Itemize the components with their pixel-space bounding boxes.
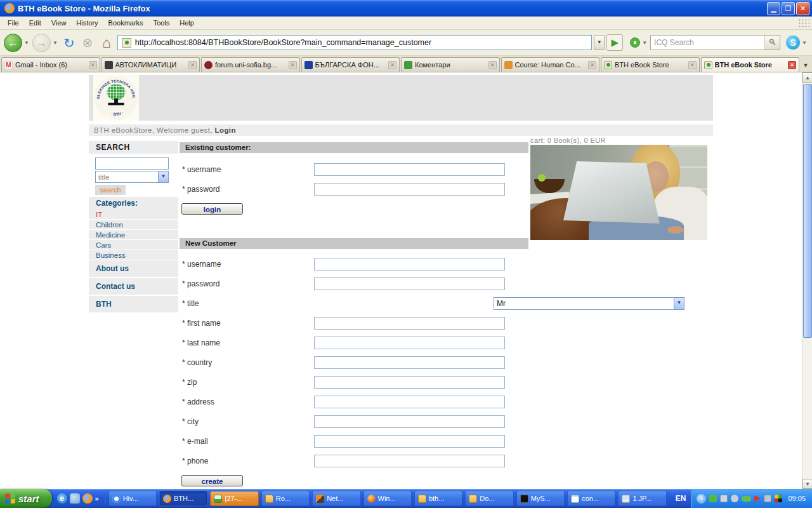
task-hiv[interactable]: Hiv...	[108, 491, 157, 506]
forward-button[interactable]: →	[32, 34, 51, 52]
login-link[interactable]: Login	[215, 126, 236, 134]
sidebar-search-button[interactable]: search	[95, 185, 126, 195]
display-tray-icon[interactable]	[764, 495, 771, 502]
tab-bth-ebook-store-active[interactable]: BTH eBook Store ✕	[701, 57, 800, 72]
skype-icon[interactable]: S	[786, 36, 800, 50]
address-input[interactable]	[314, 396, 505, 408]
forward-history-chevron-icon[interactable]: ▼	[53, 40, 58, 46]
search-field-select[interactable]: title ▼	[95, 171, 169, 183]
sidebar-item-bth[interactable]: BTH	[89, 296, 178, 312]
menu-file[interactable]: File	[3, 17, 24, 29]
tab-close-icon[interactable]: ✕	[388, 61, 396, 69]
email-input[interactable]	[314, 435, 505, 448]
login-button[interactable]: login	[181, 203, 243, 215]
back-history-chevron-icon[interactable]: ▼	[24, 40, 29, 46]
sidebar-item-about-us[interactable]: About us	[89, 260, 178, 277]
reload-button[interactable]: ↻	[61, 34, 77, 52]
create-button[interactable]: create	[181, 475, 243, 486]
url-dropdown-button[interactable]: ▼	[594, 35, 605, 50]
sidebar-item-medicine[interactable]: Medicine	[89, 230, 178, 240]
sidebar-item-it[interactable]: IT	[89, 210, 178, 220]
volume-tray-icon[interactable]	[731, 495, 738, 502]
menu-help[interactable]: Help	[174, 17, 199, 29]
sidebar-item-cars[interactable]: Cars	[89, 240, 178, 250]
tab-course-human[interactable]: Course: Human Co... ✕	[501, 57, 600, 72]
tab-close-icon[interactable]: ✕	[688, 61, 697, 69]
close-button[interactable]: ✕	[796, 2, 809, 15]
internet-explorer-icon[interactable]: e	[57, 493, 67, 504]
task-do-folder[interactable]: Do...	[465, 491, 513, 506]
search-engine-chevron-icon[interactable]: ▼	[642, 40, 647, 46]
tab-bth-ebook-store[interactable]: BTH eBook Store ✕	[601, 57, 700, 72]
country-input[interactable]	[314, 356, 505, 369]
tab-list-chevron-icon[interactable]: ▼	[801, 59, 811, 72]
task-1jp-image[interactable]: 1.JP...	[618, 491, 666, 506]
sidebar-search-input[interactable]	[95, 157, 169, 170]
login-password-input[interactable]	[314, 183, 505, 196]
back-button[interactable]: ←	[4, 34, 22, 52]
city-input[interactable]	[314, 415, 505, 428]
outlook-express-icon[interactable]	[70, 493, 80, 504]
task-bth-firefox[interactable]: BTH...	[159, 491, 207, 506]
tab-gmail[interactable]: M Gmail - Inbox (6) ✕	[1, 57, 100, 72]
restore-button[interactable]: ❐	[782, 2, 795, 15]
tab-close-icon[interactable]: ✕	[289, 61, 297, 69]
home-button[interactable]: ⌂	[98, 34, 115, 52]
tab-forum-uni-sofia[interactable]: forum.uni-sofia.bg... ✕	[201, 57, 300, 72]
web-search-box[interactable]: 🔍︎	[650, 35, 780, 50]
tab-komentari[interactable]: Коментари ✕	[401, 57, 500, 72]
menu-view[interactable]: View	[46, 17, 72, 29]
task-bth-folder[interactable]: bth...	[414, 491, 462, 506]
flag-tray-icon[interactable]	[754, 495, 761, 502]
search-icon[interactable]: 🔍︎	[764, 36, 780, 50]
minimize-button[interactable]: ▁	[767, 2, 780, 15]
antivirus-tray-icon[interactable]	[709, 495, 717, 502]
scrollbar-thumb[interactable]	[803, 84, 812, 338]
tab-close-icon[interactable]: ✕	[788, 61, 796, 69]
skype-chevron-icon[interactable]: ▼	[802, 40, 807, 46]
menu-edit[interactable]: Edit	[24, 17, 46, 29]
tab-close-icon[interactable]: ✕	[188, 61, 197, 69]
chevron-down-icon[interactable]: ▼	[158, 171, 168, 182]
quicklaunch-overflow-chevron[interactable]: »	[95, 495, 99, 502]
network-tray-icon[interactable]	[720, 495, 728, 502]
go-button[interactable]: ▶	[606, 34, 623, 51]
start-button[interactable]: start	[0, 489, 52, 508]
last-name-input[interactable]	[314, 337, 505, 349]
task-windows-media[interactable]: Win...	[363, 491, 412, 506]
tab-close-icon[interactable]: ✕	[588, 61, 596, 69]
zip-input[interactable]	[314, 376, 505, 389]
first-name-input[interactable]	[314, 317, 505, 330]
vertical-scrollbar[interactable]: ▲ ▼	[802, 72, 812, 489]
stop-button[interactable]: ⊗	[79, 34, 96, 52]
title-select[interactable]: Mr ▼	[494, 297, 684, 310]
tab-close-icon[interactable]: ✕	[89, 61, 97, 69]
tab-avtoklimatici[interactable]: АВТОКЛИМАТИЦИ ✕	[102, 57, 200, 72]
sidebar-item-business[interactable]: Business	[89, 250, 178, 260]
language-indicator[interactable]: EN	[671, 494, 691, 503]
task-netbeans[interactable]: Net...	[312, 491, 360, 506]
menu-tools[interactable]: Tools	[148, 17, 175, 29]
task-mysql-console[interactable]: MyS...	[516, 491, 565, 506]
icq-tray-icon[interactable]	[742, 496, 751, 502]
url-input[interactable]	[134, 37, 590, 48]
app-grid-tray-icon[interactable]	[775, 495, 782, 502]
address-bar[interactable]	[117, 35, 592, 50]
hide-icons-chevron[interactable]: ‹	[697, 494, 706, 504]
menu-bookmarks[interactable]: Bookmarks	[103, 17, 148, 29]
phone-input[interactable]	[314, 455, 505, 467]
tab-close-icon[interactable]: ✕	[488, 61, 497, 69]
scroll-down-arrow[interactable]: ▼	[802, 479, 812, 489]
password-input[interactable]	[314, 277, 505, 290]
firefox-quicklaunch-icon[interactable]	[82, 493, 93, 504]
task-27-window[interactable]: [27-...	[210, 491, 258, 506]
window-titlebar[interactable]: BTH eBook Store - Mozilla Firefox ▁ ❐ ✕	[0, 0, 812, 17]
menu-history[interactable]: History	[71, 17, 103, 29]
sidebar-item-children[interactable]: Children	[89, 220, 178, 230]
search-input[interactable]	[651, 38, 764, 47]
icq-flower-icon[interactable]	[630, 37, 640, 48]
chevron-down-icon[interactable]: ▼	[674, 298, 684, 309]
sidebar-item-contact-us[interactable]: Contact us	[89, 278, 178, 295]
task-con-document[interactable]: con...	[567, 491, 615, 506]
username-input[interactable]	[314, 258, 505, 271]
